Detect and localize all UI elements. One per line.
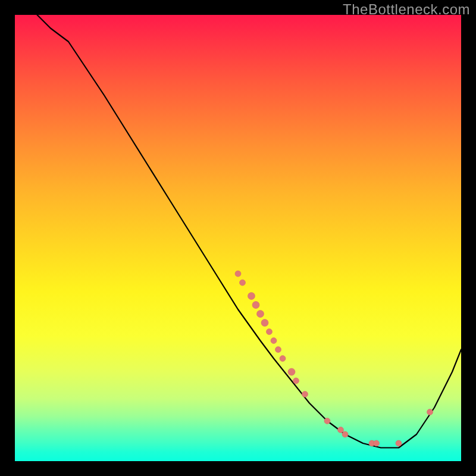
curve-layer bbox=[15, 15, 461, 461]
data-marker bbox=[427, 409, 433, 415]
data-marker bbox=[342, 431, 348, 437]
watermark-text: TheBottleneck.com bbox=[343, 1, 470, 18]
data-marker bbox=[324, 418, 330, 424]
data-marker bbox=[257, 311, 264, 318]
data-marker bbox=[267, 329, 273, 335]
data-marker bbox=[271, 338, 277, 344]
data-marker bbox=[280, 356, 286, 362]
data-marker bbox=[302, 392, 308, 397]
data-marker bbox=[374, 440, 380, 446]
data-marker bbox=[248, 293, 255, 300]
data-marker bbox=[240, 280, 246, 286]
data-marker bbox=[275, 347, 281, 353]
data-marker bbox=[288, 368, 295, 375]
data-marker bbox=[252, 302, 259, 309]
marker-group bbox=[235, 271, 433, 446]
chart-frame: TheBottleneck.com bbox=[0, 0, 476, 476]
plot-area bbox=[15, 15, 461, 461]
data-marker bbox=[293, 378, 299, 384]
data-marker bbox=[338, 427, 344, 433]
data-marker bbox=[396, 440, 402, 446]
data-marker bbox=[261, 320, 268, 327]
bottleneck-curve bbox=[37, 15, 462, 448]
data-marker bbox=[235, 271, 241, 277]
